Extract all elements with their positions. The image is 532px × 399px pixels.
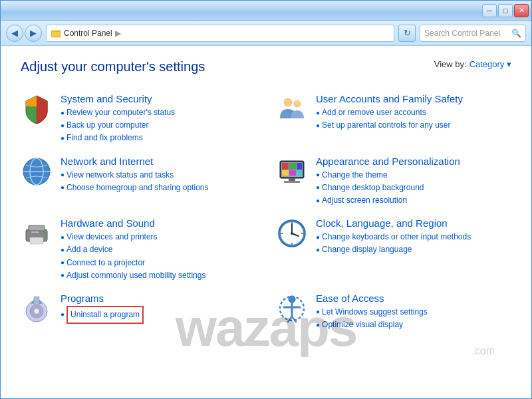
add-remove-users-link[interactable]: ● Add or remove user accounts xyxy=(316,106,511,119)
bullet-icon: ● xyxy=(316,108,320,118)
programs-title[interactable]: Programs xyxy=(61,293,256,304)
devices-printers-link[interactable]: ● View devices and printers xyxy=(61,231,256,243)
mobility-link[interactable]: ● Adjust commonly used mobility settings xyxy=(61,269,256,282)
search-icon: 🔍 xyxy=(511,29,521,38)
bullet-icon: ● xyxy=(316,232,320,243)
category-hardware: Hardware and Sound ● View devices and pr… xyxy=(21,212,256,287)
svg-rect-18 xyxy=(30,237,43,244)
category-clock: Clock, Language, and Region ● Change key… xyxy=(276,212,511,287)
projector-link[interactable]: ● Connect to a projector xyxy=(61,257,256,269)
network-title[interactable]: Network and Internet xyxy=(61,156,256,167)
svg-rect-15 xyxy=(284,181,300,183)
svg-point-19 xyxy=(43,232,46,235)
svg-rect-8 xyxy=(282,163,289,170)
bullet-icon: ● xyxy=(316,170,320,180)
forward-button[interactable]: ▶ xyxy=(25,25,42,42)
chevron-down-icon: ▾ xyxy=(507,59,511,69)
address-bar: ◀ ▶ Control Panel ▶ ↻ Search Control Pan… xyxy=(1,21,531,46)
system-security-icon xyxy=(21,93,53,125)
ease-access-title[interactable]: Ease of Access xyxy=(316,293,511,304)
network-content: Network and Internet ● View network stat… xyxy=(61,156,256,194)
view-by-value[interactable]: Category ▾ xyxy=(469,59,511,69)
display-language-link[interactable]: ● Change display language xyxy=(316,243,511,256)
address-arrow: ▶ xyxy=(115,29,121,38)
network-status-link[interactable]: ● View network status and tasks xyxy=(61,169,256,182)
view-by-control: View by: Category ▾ xyxy=(434,59,511,69)
svg-rect-9 xyxy=(289,163,296,170)
fix-problems-link[interactable]: ● Find and fix problems xyxy=(61,132,256,144)
category-programs: Programs ● Uninstall a program xyxy=(21,287,256,336)
bullet-icon: ● xyxy=(61,309,65,320)
svg-rect-10 xyxy=(297,163,302,170)
category-appearance: Appearance and Personalization ● Change … xyxy=(276,150,511,213)
uninstall-link[interactable]: ● Uninstall a program xyxy=(61,306,256,324)
bullet-icon: ● xyxy=(61,182,65,193)
svg-rect-33 xyxy=(34,297,39,305)
windows-suggest-link[interactable]: ● Let Windows suggest settings xyxy=(316,306,511,319)
bullet-icon: ● xyxy=(316,245,320,255)
desktop-bg-link[interactable]: ● Change desktop background xyxy=(316,182,511,194)
bullet-icon: ● xyxy=(316,320,320,331)
backup-link[interactable]: ● Back up your computer xyxy=(61,119,256,132)
uninstall-text: Uninstall a program xyxy=(66,306,144,324)
hardware-icon xyxy=(21,217,53,249)
bullet-icon: ● xyxy=(61,270,65,281)
folder-icon xyxy=(51,28,61,39)
view-by-label: View by: xyxy=(434,59,467,69)
add-device-link[interactable]: ● Add a device xyxy=(61,243,256,256)
screen-resolution-link[interactable]: ● Adjust screen resolution xyxy=(316,194,511,207)
category-user-accounts: User Accounts and Family Safety ● Add or… xyxy=(276,88,511,150)
bullet-icon: ● xyxy=(61,257,65,268)
content-area: Adjust your computer's settings View by:… xyxy=(1,46,531,398)
review-status-link[interactable]: ● Review your computer's status xyxy=(61,106,256,119)
theme-link[interactable]: ● Change the theme xyxy=(316,169,511,182)
hardware-content: Hardware and Sound ● View devices and pr… xyxy=(61,217,256,282)
optimize-visual-link[interactable]: ● Optimize visual display xyxy=(316,319,511,331)
parental-controls-link[interactable]: ● Set up parental controls for any user xyxy=(316,119,511,132)
user-accounts-icon xyxy=(276,93,308,125)
homegroup-link[interactable]: ● Choose homegroup and sharing options xyxy=(61,182,256,194)
minimize-button[interactable]: ─ xyxy=(482,4,497,17)
system-security-title[interactable]: System and Security xyxy=(61,93,256,104)
appearance-content: Appearance and Personalization ● Change … xyxy=(316,156,511,207)
category-network: Network and Internet ● View network stat… xyxy=(21,150,256,213)
close-button[interactable]: ✕ xyxy=(514,4,529,17)
user-accounts-content: User Accounts and Family Safety ● Add or… xyxy=(316,93,511,132)
bullet-icon: ● xyxy=(316,307,320,317)
categories-grid: System and Security ● Review your comput… xyxy=(21,88,511,336)
search-placeholder: Search Control Panel xyxy=(424,29,500,38)
page-title: Adjust your computer's settings xyxy=(21,59,205,74)
category-ease-access: Ease of Access ● Let Windows suggest set… xyxy=(276,287,511,336)
bullet-icon: ● xyxy=(61,245,65,255)
address-path[interactable]: Control Panel ▶ xyxy=(46,25,394,42)
main-window: ─ □ ✕ ◀ ▶ Control Panel ▶ ↻ Search Contr… xyxy=(0,0,532,399)
page-header: Adjust your computer's settings View by:… xyxy=(21,59,511,74)
svg-point-2 xyxy=(294,100,301,107)
address-text: Control Panel xyxy=(64,29,112,38)
keyboard-link[interactable]: ● Change keyboards or other input method… xyxy=(316,231,511,243)
programs-content: Programs ● Uninstall a program xyxy=(61,293,256,324)
clock-title[interactable]: Clock, Language, and Region xyxy=(316,217,511,229)
category-system-security: System and Security ● Review your comput… xyxy=(21,88,256,150)
user-accounts-title[interactable]: User Accounts and Family Safety xyxy=(316,93,511,104)
title-bar-buttons: ─ □ ✕ xyxy=(482,4,529,17)
search-box[interactable]: Search Control Panel 🔍 xyxy=(420,25,526,42)
maximize-button[interactable]: □ xyxy=(498,4,513,17)
bullet-icon: ● xyxy=(316,196,320,206)
svg-point-32 xyxy=(34,309,39,314)
appearance-icon xyxy=(276,156,308,188)
bullet-icon: ● xyxy=(61,170,65,180)
svg-rect-13 xyxy=(297,170,302,176)
network-icon xyxy=(21,156,53,188)
nav-buttons: ◀ ▶ xyxy=(6,25,42,42)
appearance-title[interactable]: Appearance and Personalization xyxy=(316,156,511,167)
ease-access-icon xyxy=(276,293,308,325)
clock-content: Clock, Language, and Region ● Change key… xyxy=(316,217,511,256)
ease-access-content: Ease of Access ● Let Windows suggest set… xyxy=(316,293,511,331)
bullet-icon: ● xyxy=(61,120,65,131)
system-security-content: System and Security ● Review your comput… xyxy=(61,93,256,145)
hardware-title[interactable]: Hardware and Sound xyxy=(61,217,256,229)
back-button[interactable]: ◀ xyxy=(6,25,23,42)
bullet-icon: ● xyxy=(61,133,65,144)
refresh-button[interactable]: ↻ xyxy=(398,25,416,42)
